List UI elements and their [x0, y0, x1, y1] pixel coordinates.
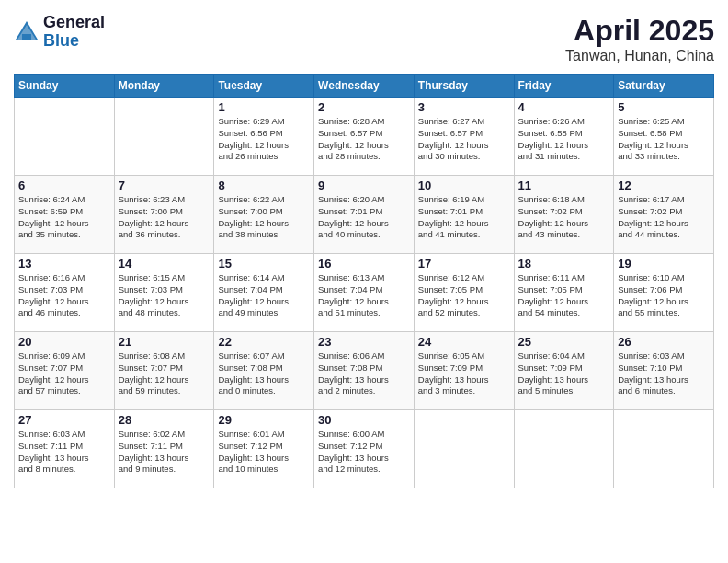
day-number: 24	[418, 335, 510, 349]
day-number: 9	[318, 178, 410, 192]
logo-text: General Blue	[43, 14, 105, 51]
day-number: 16	[318, 257, 410, 270]
day-info: Sunrise: 6:13 AM Sunset: 7:04 PM Dayligh…	[318, 272, 389, 317]
week-row-0: 1Sunrise: 6:29 AM Sunset: 6:56 PM Daylig…	[15, 98, 714, 176]
day-number: 12	[618, 178, 710, 192]
calendar-cell: 9Sunrise: 6:20 AM Sunset: 7:01 PM Daylig…	[314, 176, 415, 254]
day-number: 25	[518, 335, 610, 349]
logo-general-text: General	[43, 14, 105, 32]
calendar-cell: 26Sunrise: 6:03 AM Sunset: 7:10 PM Dayli…	[614, 332, 714, 410]
calendar-cell	[514, 410, 614, 488]
calendar-cell: 20Sunrise: 6:09 AM Sunset: 7:07 PM Dayli…	[15, 332, 115, 410]
header-cell-saturday: Saturday	[614, 75, 714, 98]
day-number: 8	[218, 178, 310, 192]
day-number: 14	[119, 257, 210, 270]
title-block: April 2025 Tanwan, Hunan, China	[565, 14, 714, 64]
calendar-cell: 13Sunrise: 6:16 AM Sunset: 7:03 PM Dayli…	[15, 254, 115, 332]
day-info: Sunrise: 6:28 AM Sunset: 6:57 PM Dayligh…	[318, 116, 389, 161]
day-info: Sunrise: 6:16 AM Sunset: 7:03 PM Dayligh…	[18, 272, 89, 317]
calendar-cell: 1Sunrise: 6:29 AM Sunset: 6:56 PM Daylig…	[214, 98, 314, 176]
day-info: Sunrise: 6:11 AM Sunset: 7:05 PM Dayligh…	[518, 272, 589, 317]
calendar-cell: 2Sunrise: 6:28 AM Sunset: 6:57 PM Daylig…	[314, 98, 415, 176]
day-info: Sunrise: 6:06 AM Sunset: 7:08 PM Dayligh…	[318, 350, 389, 396]
day-info: Sunrise: 6:07 AM Sunset: 7:08 PM Dayligh…	[218, 350, 289, 396]
calendar-cell: 23Sunrise: 6:06 AM Sunset: 7:08 PM Dayli…	[314, 332, 415, 410]
logo-blue-text: Blue	[43, 32, 105, 51]
header-cell-thursday: Thursday	[414, 75, 514, 98]
day-info: Sunrise: 6:29 AM Sunset: 6:56 PM Dayligh…	[218, 116, 289, 161]
day-info: Sunrise: 6:19 AM Sunset: 7:01 PM Dayligh…	[418, 194, 489, 239]
calendar-table: SundayMondayTuesdayWednesdayThursdayFrid…	[14, 74, 714, 488]
day-number: 30	[318, 413, 410, 427]
day-info: Sunrise: 6:27 AM Sunset: 6:57 PM Dayligh…	[418, 116, 489, 161]
logo: General Blue	[14, 14, 105, 51]
header-cell-wednesday: Wednesday	[314, 75, 415, 98]
day-number: 19	[618, 257, 710, 270]
day-number: 15	[218, 257, 310, 270]
calendar-cell: 11Sunrise: 6:18 AM Sunset: 7:02 PM Dayli…	[514, 176, 614, 254]
day-info: Sunrise: 6:14 AM Sunset: 7:04 PM Dayligh…	[218, 272, 289, 317]
day-info: Sunrise: 6:26 AM Sunset: 6:58 PM Dayligh…	[518, 116, 589, 161]
calendar-cell: 3Sunrise: 6:27 AM Sunset: 6:57 PM Daylig…	[414, 98, 514, 176]
day-info: Sunrise: 6:09 AM Sunset: 7:07 PM Dayligh…	[18, 350, 89, 396]
calendar-cell: 21Sunrise: 6:08 AM Sunset: 7:07 PM Dayli…	[114, 332, 214, 410]
day-number: 5	[618, 100, 710, 114]
calendar-cell: 16Sunrise: 6:13 AM Sunset: 7:04 PM Dayli…	[314, 254, 415, 332]
calendar-cell: 30Sunrise: 6:00 AM Sunset: 7:12 PM Dayli…	[314, 410, 415, 488]
day-info: Sunrise: 6:01 AM Sunset: 7:12 PM Dayligh…	[218, 429, 289, 474]
calendar-cell: 22Sunrise: 6:07 AM Sunset: 7:08 PM Dayli…	[214, 332, 314, 410]
calendar-cell	[114, 98, 214, 176]
day-number: 28	[119, 413, 210, 427]
day-info: Sunrise: 6:03 AM Sunset: 7:10 PM Dayligh…	[618, 350, 688, 396]
day-number: 13	[18, 257, 110, 270]
header-cell-monday: Monday	[114, 75, 214, 98]
day-info: Sunrise: 6:08 AM Sunset: 7:07 PM Dayligh…	[119, 350, 189, 396]
week-row-1: 6Sunrise: 6:24 AM Sunset: 6:59 PM Daylig…	[15, 176, 714, 254]
day-number: 1	[218, 100, 310, 114]
calendar-cell: 24Sunrise: 6:05 AM Sunset: 7:09 PM Dayli…	[414, 332, 514, 410]
day-number: 10	[418, 178, 510, 192]
day-number: 6	[18, 178, 110, 192]
header-cell-tuesday: Tuesday	[214, 75, 314, 98]
day-number: 2	[318, 100, 410, 114]
day-number: 29	[218, 413, 310, 427]
day-info: Sunrise: 6:23 AM Sunset: 7:00 PM Dayligh…	[119, 194, 189, 239]
calendar-cell: 18Sunrise: 6:11 AM Sunset: 7:05 PM Dayli…	[514, 254, 614, 332]
calendar-cell: 12Sunrise: 6:17 AM Sunset: 7:02 PM Dayli…	[614, 176, 714, 254]
calendar-cell	[15, 98, 115, 176]
day-info: Sunrise: 6:22 AM Sunset: 7:00 PM Dayligh…	[218, 194, 289, 239]
calendar-cell: 6Sunrise: 6:24 AM Sunset: 6:59 PM Daylig…	[15, 176, 115, 254]
page-title: April 2025	[565, 14, 714, 48]
calendar-cell	[614, 410, 714, 488]
calendar-cell: 10Sunrise: 6:19 AM Sunset: 7:01 PM Dayli…	[414, 176, 514, 254]
week-row-2: 13Sunrise: 6:16 AM Sunset: 7:03 PM Dayli…	[15, 254, 714, 332]
page-subtitle: Tanwan, Hunan, China	[565, 48, 714, 64]
day-number: 26	[618, 335, 710, 349]
header: General Blue April 2025 Tanwan, Hunan, C…	[14, 14, 714, 64]
calendar-header: SundayMondayTuesdayWednesdayThursdayFrid…	[15, 75, 714, 98]
day-number: 20	[18, 335, 110, 349]
day-info: Sunrise: 6:15 AM Sunset: 7:03 PM Dayligh…	[119, 272, 189, 317]
calendar-cell: 19Sunrise: 6:10 AM Sunset: 7:06 PM Dayli…	[614, 254, 714, 332]
calendar-cell: 8Sunrise: 6:22 AM Sunset: 7:00 PM Daylig…	[214, 176, 314, 254]
header-row: SundayMondayTuesdayWednesdayThursdayFrid…	[15, 75, 714, 98]
calendar-cell: 28Sunrise: 6:02 AM Sunset: 7:11 PM Dayli…	[114, 410, 214, 488]
week-row-3: 20Sunrise: 6:09 AM Sunset: 7:07 PM Dayli…	[15, 332, 714, 410]
calendar-cell: 5Sunrise: 6:25 AM Sunset: 6:58 PM Daylig…	[614, 98, 714, 176]
day-info: Sunrise: 6:20 AM Sunset: 7:01 PM Dayligh…	[318, 194, 389, 239]
day-info: Sunrise: 6:12 AM Sunset: 7:05 PM Dayligh…	[418, 272, 489, 317]
day-number: 17	[418, 257, 510, 270]
day-info: Sunrise: 6:17 AM Sunset: 7:02 PM Dayligh…	[618, 194, 688, 239]
day-info: Sunrise: 6:03 AM Sunset: 7:11 PM Dayligh…	[18, 429, 89, 474]
day-info: Sunrise: 6:24 AM Sunset: 6:59 PM Dayligh…	[18, 194, 89, 239]
header-cell-sunday: Sunday	[15, 75, 115, 98]
calendar-cell: 14Sunrise: 6:15 AM Sunset: 7:03 PM Dayli…	[114, 254, 214, 332]
calendar-cell	[414, 410, 514, 488]
day-number: 3	[418, 100, 510, 114]
day-number: 18	[518, 257, 610, 270]
calendar-body: 1Sunrise: 6:29 AM Sunset: 6:56 PM Daylig…	[15, 98, 714, 488]
page: General Blue April 2025 Tanwan, Hunan, C…	[0, 0, 728, 563]
day-info: Sunrise: 6:05 AM Sunset: 7:09 PM Dayligh…	[418, 350, 489, 396]
calendar-cell: 27Sunrise: 6:03 AM Sunset: 7:11 PM Dayli…	[15, 410, 115, 488]
calendar-cell: 7Sunrise: 6:23 AM Sunset: 7:00 PM Daylig…	[114, 176, 214, 254]
